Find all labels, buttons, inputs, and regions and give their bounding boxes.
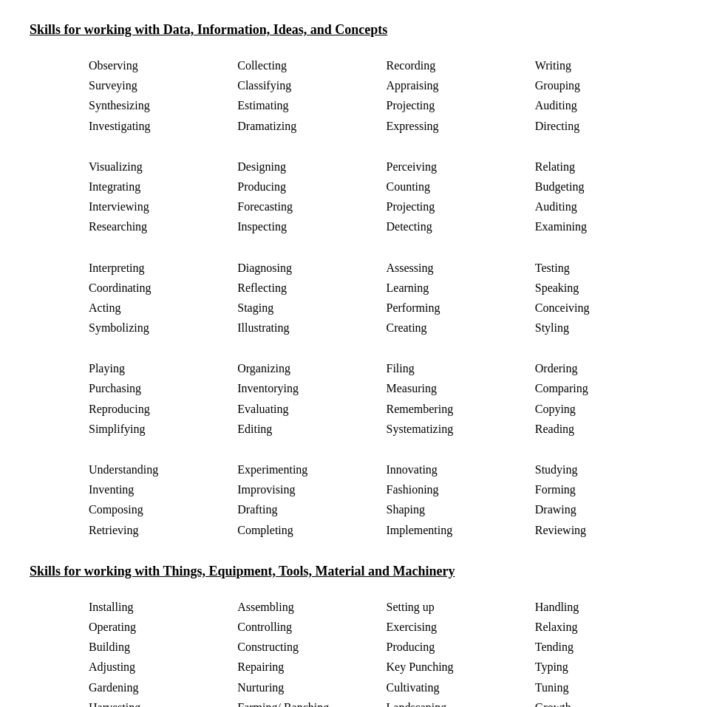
skill-item: Implementing [387,520,535,540]
skill-item: Inventing [89,479,237,499]
skill-item: Investigating [89,116,237,136]
skill-col-3-col1: PlayingPurchasingReproducingSimplifying [89,358,237,439]
skill-item: Budgeting [535,177,684,197]
skill-item: Key Punching [387,657,535,677]
skill-item: Building [89,637,237,657]
skill-item: Coordinating [89,278,237,298]
skill-item: Repairing [237,657,386,677]
skill-col-2-col1: InterpretingCoordinatingActingSymbolizin… [89,258,237,338]
skill-group-4: UnderstandingInventingComposingRetrievin… [89,460,684,540]
skill-item: Interpreting [89,258,237,278]
skill-col-3-col4: OrderingComparingCopyingReading [535,358,684,439]
skill-item: Performing [387,298,535,318]
skill-item: Purchasing [89,378,237,398]
skill-item: Examining [535,216,684,236]
skill-item: Classifying [237,75,386,95]
skill-item: Collecting [237,55,386,75]
skill-item: Producing [387,637,535,657]
skill-col-3-col2: OrganizingInventoryingEvaluatingEditing [237,358,386,439]
skill-item: Designing [237,157,386,177]
skill-item: Conceiving [535,298,684,318]
skill-group2-0: InstallingOperatingBuildingAdjustingGard… [89,597,684,707]
skill-item: Auditing [535,95,684,115]
skill-item: Forecasting [237,197,386,216]
skill-col-1-col1: VisualizingIntegratingInterviewingResear… [89,157,237,237]
skill-item: Inspecting [237,216,386,236]
skill-item: Detecting [387,216,535,236]
skill-item: Synthesizing [89,95,237,115]
skill-item: Reflecting [237,278,386,298]
skill-item: Completing [237,520,386,540]
skill-item: Visualizing [89,157,237,177]
skill-item: Projecting [387,95,535,115]
skill-item: Installing [89,597,237,617]
skill-item: Understanding [89,460,237,479]
skill-item: Reproducing [89,399,237,419]
skill-item: Recording [387,55,535,75]
skill-item: Producing [237,177,386,197]
skill-col-1-col2: DesigningProducingForecastingInspecting [237,157,386,237]
skill-item: Ordering [535,358,684,378]
skill-item: Writing [535,55,684,75]
skill-item: Landscaping [387,697,535,707]
skill-item: Interviewing [89,197,237,216]
skill-col2-0-col2: AssemblingControllingConstructingRepairi… [237,597,386,707]
skill-item: Growth [535,697,684,707]
skill-col-0-col1: ObservingSurveyingSynthesizingInvestigat… [89,55,237,136]
skill-item: Reviewing [535,520,684,540]
skill-item: Harvesting [89,697,237,707]
skill-item: Copying [535,399,684,419]
section-things-skills: Skills for working with Things, Equipmen… [30,564,698,707]
skill-item: Controlling [237,617,386,637]
skill-item: Auditing [535,197,684,216]
skill-item: Operating [89,617,237,637]
skill-col-4-col3: InnovatingFashioningShapingImplementing [387,460,535,540]
skill-item: Researching [89,216,237,236]
skill-item: Surveying [89,75,237,95]
skill-item: Dramatizing [237,116,386,136]
skill-item: Filing [387,358,535,378]
skill-item: Learning [387,278,535,298]
skill-item: Exercising [387,617,535,637]
skill-item: Appraising [387,75,535,95]
skill-col2-0-col1: InstallingOperatingBuildingAdjustingGard… [89,597,237,707]
section-data-skills: Skills for working with Data, Informatio… [30,22,698,540]
skill-item: Styling [535,318,684,338]
skill-item: Grouping [535,75,684,95]
skill-item: Symbolizing [89,318,237,338]
skill-item: Remembering [387,399,535,419]
skill-item: Shaping [387,499,535,519]
skill-item: Farming/ Ranching [237,697,386,707]
skills-grid-1: ObservingSurveyingSynthesizingInvestigat… [89,55,684,540]
skill-col-0-col4: WritingGroupingAuditingDirecting [535,55,684,136]
skill-item: Staging [237,298,386,318]
skill-group-1: VisualizingIntegratingInterviewingResear… [89,157,684,237]
skill-col-4-col1: UnderstandingInventingComposingRetrievin… [89,460,237,540]
skill-col-0-col3: RecordingAppraisingProjectingExpressing [387,55,535,136]
skill-col-0-col2: CollectingClassifyingEstimatingDramatizi… [237,55,386,136]
skill-item: Typing [535,657,684,677]
skill-col2-0-col4: HandlingRelaxingTendingTypingTuningGrowt… [535,597,684,707]
skill-col-2-col3: AssessingLearningPerformingCreating [387,258,535,338]
skill-item: Handling [535,597,684,617]
skill-item: Measuring [387,378,535,398]
skill-item: Nurturing [237,677,386,697]
skill-item: Reading [535,419,684,439]
skill-item: Innovating [387,460,535,479]
skill-item: Observing [89,55,237,75]
skill-item: Directing [535,116,684,136]
skill-item: Tuning [535,677,684,697]
section-title-1: Skills for working with Data, Informatio… [30,22,698,38]
skill-item: Drawing [535,499,684,519]
skill-item: Relating [535,157,684,177]
skill-item: Inventorying [237,378,386,398]
skill-item: Projecting [387,197,535,216]
skill-col-1-col3: PerceivingCountingProjectingDetecting [387,157,535,237]
skill-col2-0-col3: Setting upExercisingProducingKey Punchin… [387,597,535,707]
skill-item: Integrating [89,177,237,197]
skill-item: Speaking [535,278,684,298]
skill-group-2: InterpretingCoordinatingActingSymbolizin… [89,258,684,338]
skill-item: Editing [237,419,386,439]
skill-item: Relaxing [535,617,684,637]
skill-item: Studying [535,460,684,479]
